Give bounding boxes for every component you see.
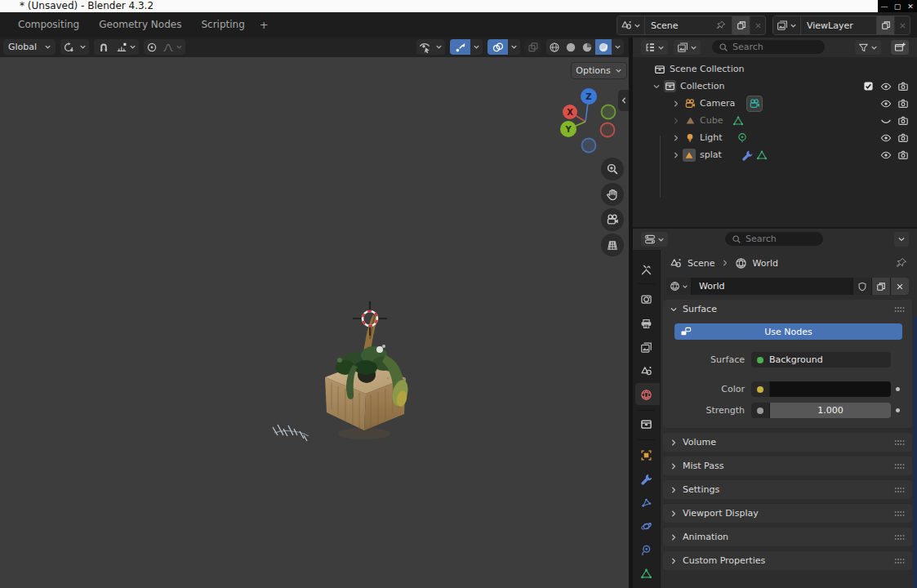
properties-tab-world[interactable] — [633, 384, 660, 405]
viewlayer-browse-button[interactable] — [773, 16, 800, 34]
properties-options-button[interactable] — [894, 232, 909, 247]
properties-tab-data[interactable] — [633, 563, 660, 584]
properties-tab-output[interactable] — [633, 313, 660, 334]
tab-scripting[interactable]: Scripting — [191, 12, 254, 38]
strength-slider[interactable]: 1.000 — [770, 403, 891, 418]
shading-material-button[interactable] — [579, 39, 595, 55]
panel-grip[interactable] — [894, 439, 905, 446]
show-gizmo-toggle[interactable] — [450, 39, 470, 55]
properties-tab-render[interactable] — [633, 288, 660, 310]
properties-tab-modifiers[interactable] — [633, 468, 660, 489]
browse-world-button[interactable] — [666, 278, 692, 295]
outliner-search-input[interactable] — [732, 42, 818, 52]
splat-object[interactable] — [325, 314, 411, 439]
properties-editor-type-button[interactable] — [641, 232, 668, 247]
properties-tab-particles[interactable] — [633, 492, 660, 513]
shading-settings-dropdown[interactable] — [612, 39, 624, 55]
camera-data-icon[interactable] — [749, 98, 760, 109]
xray-toggle[interactable] — [525, 39, 541, 55]
scene-copy-button[interactable] — [732, 16, 750, 34]
maximize-button[interactable]: ▢ — [891, 0, 904, 12]
panel-mist-pass[interactable]: Mist Pass — [663, 457, 912, 475]
axis-gizmo[interactable]: Z X Y — [555, 84, 625, 159]
properties-tab-tool[interactable] — [633, 259, 660, 280]
render-camera-icon[interactable] — [897, 149, 909, 161]
outliner-editor-type-button[interactable] — [641, 40, 668, 55]
outliner-row-camera[interactable]: Camera — [633, 95, 917, 112]
outliner-row-scene-collection[interactable]: Scene Collection — [633, 60, 917, 78]
properties-tab-physics[interactable] — [633, 515, 660, 537]
viewport-3d[interactable]: Options Z X Y — [0, 57, 629, 588]
expand-chevron-icon[interactable] — [672, 151, 680, 159]
shading-solid-button[interactable] — [563, 39, 579, 55]
axis-z-negative-ball[interactable] — [582, 139, 596, 153]
pin-id-button[interactable] — [896, 257, 907, 269]
wrench-icon[interactable] — [741, 149, 753, 161]
tab-geometry-nodes[interactable]: Geometry Nodes — [89, 12, 191, 38]
splat-fragment[interactable] — [273, 425, 309, 441]
scene-name-field[interactable]: Scene — [644, 16, 732, 34]
outliner-row-collection[interactable]: Collection — [633, 78, 917, 95]
properties-search[interactable] — [725, 232, 823, 246]
scene-browse-button[interactable] — [617, 16, 644, 34]
new-collection-button[interactable] — [891, 40, 909, 55]
close-button[interactable]: ✕ — [904, 0, 917, 12]
light-data-icon[interactable] — [737, 132, 748, 144]
checkbox-icon[interactable] — [863, 81, 874, 91]
render-camera-icon[interactable] — [897, 132, 909, 144]
panel-viewport-display[interactable]: Viewport Display — [663, 504, 912, 523]
minimize-button[interactable]: — — [878, 0, 891, 12]
render-camera-icon[interactable] — [897, 98, 909, 109]
panel-custom-properties[interactable]: Custom Properties — [663, 551, 912, 570]
transform-orientation-dropdown[interactable]: Global — [3, 39, 56, 55]
shading-wireframe-button[interactable] — [546, 39, 563, 55]
animate-strength-dot[interactable] — [896, 408, 900, 412]
properties-tab-object[interactable] — [633, 444, 660, 466]
tab-compositing[interactable]: Compositing — [8, 12, 89, 38]
outliner-display-mode-button[interactable] — [674, 40, 701, 55]
snap-toggle-button[interactable] — [94, 39, 114, 55]
add-workspace-button[interactable]: + — [255, 12, 274, 38]
panel-volume[interactable]: Volume — [663, 433, 912, 452]
axis-y-ball[interactable]: Y — [560, 121, 576, 137]
render-camera-icon[interactable] — [897, 81, 909, 92]
mesh-data-icon[interactable] — [732, 115, 744, 127]
panel-settings[interactable]: Settings — [663, 480, 912, 499]
projection-toggle-button[interactable] — [601, 234, 624, 256]
color-swatch[interactable] — [770, 381, 891, 397]
snap-settings-button[interactable] — [114, 39, 139, 55]
outliner-row-cube[interactable]: Cube — [633, 112, 917, 129]
surface-panel-header[interactable]: Surface — [663, 300, 912, 318]
viewlayer-name-field[interactable]: ViewLayer — [800, 16, 876, 34]
mesh-data-icon[interactable] — [756, 149, 768, 161]
properties-tab-collection[interactable] — [633, 413, 660, 434]
eye-closed-icon[interactable] — [880, 115, 892, 127]
breadcrumb-scene[interactable]: Scene — [688, 258, 715, 269]
axis-x-negative-ball[interactable] — [601, 123, 615, 137]
panel-grip[interactable] — [894, 463, 905, 470]
panel-grip[interactable] — [894, 487, 905, 493]
panel-grip[interactable] — [894, 306, 905, 313]
viewlayer-copy-button[interactable] — [876, 16, 894, 34]
properties-tab-view-layer[interactable] — [633, 336, 660, 358]
pan-button[interactable] — [601, 183, 624, 206]
camera-view-button[interactable] — [601, 208, 624, 231]
show-overlays-toggle[interactable] — [487, 39, 508, 55]
outliner-search[interactable] — [712, 40, 825, 54]
pin-icon[interactable] — [716, 20, 726, 30]
object-visibility-dropdown[interactable] — [416, 39, 445, 55]
eye-open-icon[interactable] — [880, 98, 892, 109]
color-socket-button[interactable] — [751, 381, 770, 397]
expand-chevron-icon[interactable] — [672, 134, 680, 142]
world-name-field[interactable]: World — [692, 278, 852, 295]
strength-socket-button[interactable] — [751, 403, 770, 418]
overlays-settings-dropdown[interactable] — [508, 39, 520, 55]
surface-shader-dropdown[interactable]: Background — [751, 352, 891, 368]
breadcrumb-world[interactable]: World — [753, 258, 779, 269]
outliner-row-light[interactable]: Light — [633, 129, 917, 146]
axis-y-negative-ball[interactable] — [602, 105, 616, 119]
panel-grip[interactable] — [894, 510, 905, 517]
zoom-button[interactable] — [601, 158, 624, 180]
expand-chevron-icon[interactable] — [652, 82, 661, 91]
axis-z-ball[interactable]: Z — [581, 88, 597, 105]
